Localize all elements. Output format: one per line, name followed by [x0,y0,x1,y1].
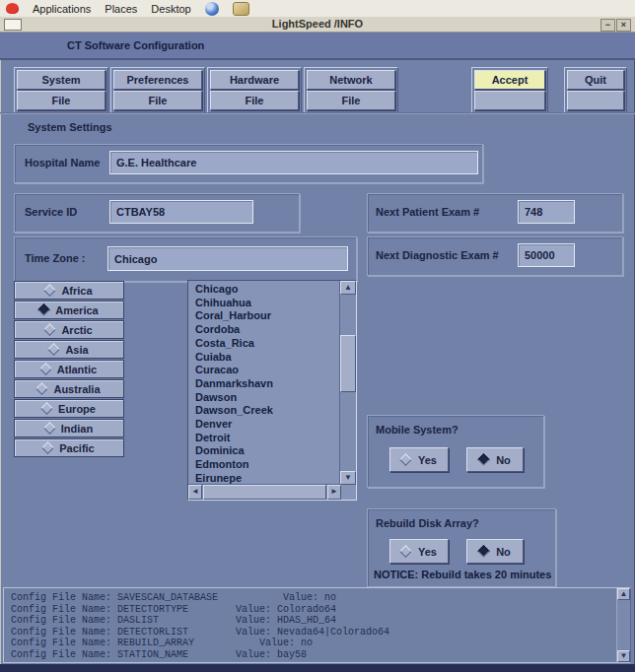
toolbar-button-stack: Network File [304,67,398,114]
minimize-button[interactable]: − [600,19,615,32]
accept-stack: Accept [471,67,548,114]
scroll-down-icon[interactable]: ▼ [617,650,630,662]
console-line: Config File Name: DASLIST Value: HDAS_HD… [11,615,614,627]
console-line: Config File Name: REBUILD_ARRAY Value: n… [11,638,614,649]
toolbar-file-button[interactable]: File [210,91,299,110]
rebuild-disk-array-group: Rebuild Disk Array? Yes No NOTICE: Rebui… [367,508,556,587]
horizontal-scroll-thumb[interactable] [203,485,326,500]
console-line: Config File Name: DETECTORLIST Value: Ne… [11,627,614,638]
continent-option[interactable]: Arctic [14,320,124,339]
mobile-yes-button[interactable]: Yes [389,447,449,472]
menu-applications[interactable]: Applications [33,3,91,15]
mobile-no-button[interactable]: No [466,447,524,472]
continent-option[interactable]: Indian [14,419,124,437]
window-bottom-edge [0,664,635,672]
toolbar-file-button[interactable]: File [113,91,202,110]
city-option[interactable]: Dawson_Creek [190,404,339,418]
console-line: Config File Name: DETECTORTYPE Value: Co… [11,604,614,616]
city-option[interactable]: Dawson [190,391,339,405]
toolbar-section-button[interactable]: System [17,70,106,90]
lightspeed-info-window: LightSpeed /INFO − × CT Software Configu… [0,17,635,672]
menu-places[interactable]: Places [105,3,137,15]
header-band: CT Software Configuration [0,33,635,60]
city-option[interactable]: Chihuahua [190,297,339,310]
continent-option[interactable]: Australia [14,379,124,398]
rebuild-no-button[interactable]: No [466,539,524,564]
service-id-label: Service ID [25,206,77,218]
next-patient-exam-label: Next Patient Exam # [376,206,479,218]
toolbar-divider [0,112,635,114]
toolbar-file-button[interactable]: File [307,91,395,110]
city-option[interactable]: Costa_Rica [190,337,339,351]
scroll-up-icon[interactable]: ▲ [617,588,630,600]
continent-option[interactable]: Asia [14,340,124,359]
toolbar-section-button[interactable]: Hardware [210,70,299,90]
service-id-input[interactable] [109,200,253,224]
radio-diamond-icon [37,303,50,316]
window-titlebar: LightSpeed /INFO − × [0,17,635,33]
hospital-name-input[interactable] [109,151,478,174]
city-option[interactable]: Denver [190,418,339,432]
next-diagnostic-exam-group: Next Diagnostic Exam # [367,236,623,276]
quit-button[interactable]: Quit [567,70,624,90]
radio-diamond-icon [399,453,412,466]
radio-diamond-icon [43,422,56,435]
continent-option[interactable]: Atlantic [14,360,124,378]
next-patient-exam-input[interactable] [518,200,575,224]
redhat-menu-icon[interactable] [6,3,19,14]
radio-diamond-icon [48,343,61,356]
scroll-down-icon[interactable]: ▼ [340,471,356,485]
close-button[interactable]: × [616,19,631,32]
city-option[interactable]: Danmarkshavn [190,377,339,391]
city-vertical-scrollbar[interactable]: ▲ ▼ [339,281,356,485]
city-option[interactable]: Eirunepe [190,472,339,484]
rebuild-disk-array-label: Rebuild Disk Array? [376,517,479,529]
city-option[interactable]: Cuiaba [190,351,339,365]
city-option[interactable]: Cordoba [190,323,339,337]
toolbar-section-button[interactable]: Preferences [113,70,202,90]
scroll-up-icon[interactable]: ▲ [340,281,356,295]
mobile-yes-label: Yes [418,454,437,466]
web-browser-icon[interactable] [205,2,219,16]
time-zone-label: Time Zone : [25,252,86,264]
toolbar-file-button[interactable]: File [17,91,106,110]
desktop-menubar: Applications Places Desktop [0,0,635,17]
city-option[interactable]: Detroit [190,432,339,445]
config-console: Config File Name: SAVESCAN_DATABASE Valu… [3,587,631,663]
accept-button[interactable]: Accept [474,70,545,90]
console-scrollbar[interactable]: ▲ ▼ [616,588,630,662]
continent-option[interactable]: America [14,301,124,319]
mobile-no-label: No [496,454,511,466]
city-option[interactable]: Coral_Harbour [190,309,339,323]
quit-sub-button[interactable] [567,91,624,110]
section-title: System Settings [28,121,112,133]
next-diagnostic-exam-input[interactable] [518,243,575,267]
continent-option[interactable]: Africa [14,281,124,300]
city-option[interactable]: Edmonton [190,458,339,472]
continent-label: Australia [53,383,100,395]
city-horizontal-scrollbar[interactable]: ◄ ► [188,484,341,500]
radio-diamond-icon [39,363,52,375]
continent-option[interactable]: Pacific [14,438,124,457]
city-option[interactable]: Chicago [190,283,339,297]
console-line: Config File Name: SAVESCAN_DATABASE Valu… [11,592,614,604]
launcher-icon[interactable] [233,2,249,16]
continent-label: Asia [65,344,88,356]
time-zone-input[interactable] [107,246,348,271]
menu-desktop[interactable]: Desktop [151,3,190,15]
scroll-right-icon[interactable]: ► [327,485,341,500]
toolbar-section-button[interactable]: Network [307,70,395,90]
city-rows: Chicago Chihuahua Coral_Harbour Cordoba … [190,283,339,484]
vertical-scroll-thumb[interactable] [340,335,356,392]
city-option[interactable]: Curacao [190,364,339,377]
accept-sub-button[interactable] [474,91,545,110]
continent-option[interactable]: Europe [14,399,124,418]
city-option[interactable]: Dominica [190,444,339,458]
mobile-system-label: Mobile System? [376,424,459,436]
scroll-left-icon[interactable]: ◄ [188,485,202,500]
console-line: Config File Name: STATION_NAME Value: ba… [11,649,614,661]
continent-label: Europe [58,403,96,415]
quit-stack: Quit [564,67,627,114]
next-diagnostic-exam-label: Next Diagnostic Exam # [376,249,499,261]
rebuild-yes-button[interactable]: Yes [389,539,449,564]
